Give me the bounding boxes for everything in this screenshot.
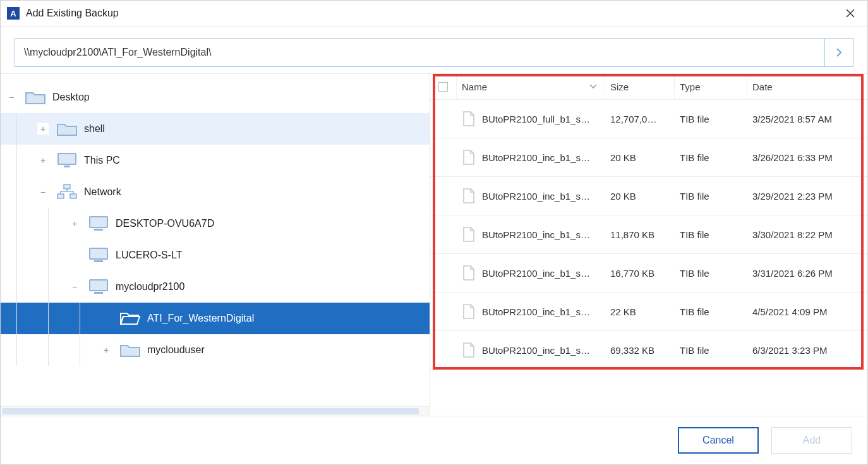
cancel-button[interactable]: Cancel	[678, 427, 759, 454]
tree-item-label: mycloudpr2100	[116, 281, 184, 293]
window-title: Add Existing Backup	[26, 8, 119, 19]
collapse-icon[interactable]: −	[6, 92, 17, 103]
file-date: 3/31/2021 6:26 PM	[747, 268, 867, 279]
folder-tree-pane: − Desktop+ shell+ This PC− Network+ DESK…	[1, 74, 430, 416]
file-icon	[462, 303, 476, 320]
dialog-footer: Cancel Add	[1, 416, 867, 464]
tree-item-desktop-ovu[interactable]: + DESKTOP-OVU6A7D	[1, 208, 430, 239]
file-size: 22 KB	[605, 306, 675, 317]
file-row[interactable]: BUtoPR2100_inc_b1_s…16,770 KBTIB file3/3…	[430, 254, 867, 293]
path-input[interactable]	[15, 39, 824, 66]
file-type: TIB file	[675, 152, 747, 163]
file-rows: BUtoPR2100_full_b1_s…12,707,0…TIB file3/…	[430, 100, 867, 370]
file-type: TIB file	[675, 191, 747, 202]
file-type: TIB file	[675, 268, 747, 279]
tree-item-desktop[interactable]: − Desktop	[1, 82, 430, 113]
svg-rect-5	[90, 217, 107, 227]
select-all-checkbox[interactable]	[438, 82, 448, 92]
svg-rect-9	[90, 280, 107, 291]
svg-rect-0	[58, 154, 76, 164]
file-row[interactable]: BUtoPR2100_inc_b1_s…22 KBTIB file4/5/202…	[430, 293, 867, 331]
expand-icon[interactable]: +	[100, 344, 112, 356]
tree-item-myclouduser[interactable]: + myclouduser	[1, 334, 430, 366]
tree-item-thispc[interactable]: + This PC	[1, 145, 430, 176]
file-name-cell: BUtoPR2100_full_b1_s…	[457, 111, 605, 127]
column-size[interactable]: Size	[605, 74, 675, 99]
file-date: 4/5/2021 4:09 PM	[747, 306, 867, 317]
file-row[interactable]: BUtoPR2100_inc_b1_s…11,870 KBTIB file3/3…	[430, 215, 867, 254]
file-row[interactable]: BUtoPR2100_inc_b1_s…20 KBTIB file3/29/20…	[430, 177, 867, 215]
file-icon	[462, 342, 476, 358]
tree-item-label: Network	[84, 186, 121, 198]
file-name: BUtoPR2100_inc_b1_s…	[482, 268, 590, 279]
svg-rect-8	[94, 260, 103, 262]
column-date[interactable]: Date	[747, 74, 867, 99]
column-name-label: Name	[462, 82, 487, 92]
file-name-cell: BUtoPR2100_inc_b1_s…	[457, 303, 605, 320]
file-name-cell: BUtoPR2100_inc_b1_s…	[457, 226, 605, 243]
tree-item-label: LUCERO-S-LT	[116, 250, 183, 261]
app-icon: A	[7, 7, 20, 20]
file-size: 16,770 KB	[605, 268, 675, 279]
tree-item-label: myclouduser	[147, 344, 205, 356]
file-icon	[462, 111, 476, 127]
file-name: BUtoPR2100_inc_b1_s…	[482, 191, 590, 202]
file-date: 3/26/2021 6:33 PM	[747, 152, 867, 163]
file-icon	[462, 149, 476, 166]
column-name[interactable]: Name	[457, 74, 605, 99]
close-icon[interactable]	[840, 6, 861, 20]
folder-icon	[25, 89, 46, 106]
file-name-cell: BUtoPR2100_inc_b1_s…	[457, 149, 605, 166]
network-icon	[56, 183, 78, 201]
column-checkbox[interactable]	[430, 74, 457, 99]
column-size-label: Size	[610, 82, 629, 92]
file-icon	[462, 188, 476, 204]
column-type[interactable]: Type	[675, 74, 747, 99]
file-name-cell: BUtoPR2100_inc_b1_s…	[457, 342, 605, 358]
file-row[interactable]: BUtoPR2100_inc_b1_s…20 KBTIB file3/26/20…	[430, 138, 867, 177]
add-button[interactable]: Add	[771, 427, 852, 454]
tree-item-mycloud[interactable]: − mycloudpr2100	[1, 271, 430, 303]
svg-rect-6	[94, 229, 103, 231]
expand-icon[interactable]: +	[37, 155, 49, 166]
folder-tree[interactable]: − Desktop+ shell+ This PC− Network+ DESK…	[1, 82, 430, 416]
file-name: BUtoPR2100_inc_b1_s…	[482, 152, 590, 163]
column-date-label: Date	[752, 82, 773, 92]
file-list-header: Name Size Type Date	[430, 74, 867, 100]
file-type: TIB file	[675, 229, 747, 240]
file-name: BUtoPR2100_full_b1_s…	[482, 114, 590, 124]
collapse-icon[interactable]: −	[37, 186, 49, 198]
file-size: 12,707,0…	[605, 114, 675, 124]
file-icon	[462, 226, 476, 243]
tree-item-label: DESKTOP-OVU6A7D	[116, 218, 214, 229]
tree-item-shell[interactable]: + shell	[1, 113, 430, 145]
tree-item-lucero[interactable]: LUCERO-S-LT	[1, 239, 430, 271]
computer-icon	[88, 278, 109, 296]
pc-icon	[56, 152, 78, 169]
tree-item-ati[interactable]: ATI_For_WesternDigital	[1, 303, 430, 334]
file-size: 20 KB	[605, 152, 675, 163]
file-row[interactable]: BUtoPR2100_inc_b1_s…69,332 KBTIB file6/3…	[430, 331, 867, 370]
file-date: 3/30/2021 8:22 PM	[747, 229, 867, 240]
sort-indicator-icon	[589, 84, 597, 89]
svg-rect-1	[64, 166, 70, 167]
file-name-cell: BUtoPR2100_inc_b1_s…	[457, 188, 605, 204]
expand-icon[interactable]: +	[69, 218, 80, 229]
expand-icon[interactable]: +	[37, 123, 49, 135]
file-row[interactable]: BUtoPR2100_full_b1_s…12,707,0…TIB file3/…	[430, 100, 867, 138]
tree-item-label: This PC	[84, 155, 120, 166]
folder-icon	[56, 121, 78, 137]
file-size: 11,870 KB	[605, 229, 675, 240]
file-size: 69,332 KB	[605, 345, 675, 356]
tree-scrollbar-horizontal[interactable]	[1, 406, 430, 416]
file-type: TIB file	[675, 345, 747, 356]
folder-open-icon	[119, 310, 141, 327]
path-go-button[interactable]	[824, 39, 853, 66]
file-name: BUtoPR2100_inc_b1_s…	[482, 229, 590, 240]
folder-icon	[119, 342, 141, 358]
tree-item-network[interactable]: − Network	[1, 176, 430, 208]
collapse-icon[interactable]: −	[69, 281, 80, 293]
tree-item-label: ATI_For_WesternDigital	[147, 313, 254, 324]
svg-rect-3	[57, 194, 64, 198]
svg-rect-2	[64, 184, 70, 189]
